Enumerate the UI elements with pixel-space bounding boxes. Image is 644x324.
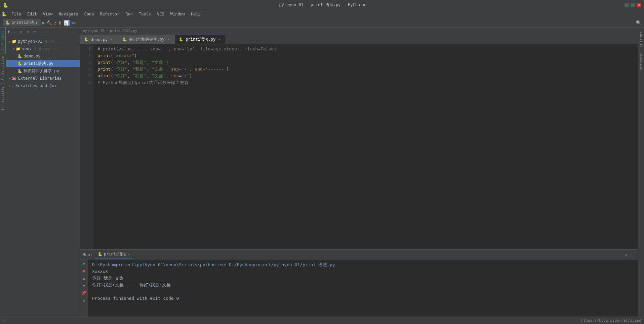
venv-folder-icon: 📁 [16, 47, 21, 51]
run-tab-label: printi语法 [104, 251, 126, 257]
coverage-button[interactable]: 📊 [64, 20, 70, 26]
reload-button[interactable]: ↺ [53, 20, 56, 26]
tab-printi-label: printi语法.py [186, 37, 215, 42]
root-label: pythyon-01 [18, 39, 42, 44]
tab-keywords-icon: 🐍 [122, 37, 127, 42]
title-bar: 🐍 pythyon-01 - printi语法.py - PyCharm — □… [0, 0, 644, 10]
breadcrumb-project: pythyon-01 [83, 29, 105, 33]
tree-item-ext-libs[interactable]: ▶ 📚 External Libraries [6, 75, 80, 82]
run-config-icon: 🐍 [5, 21, 10, 25]
run-output: D:\Pychamproject\pythyon-01\venv\Scripts… [88, 259, 638, 317]
output-line-5 [92, 288, 634, 295]
debug-button[interactable]: ⏸ [58, 20, 63, 26]
project-scope-btn[interactable]: ⊙ [18, 30, 24, 35]
menu-navigate[interactable]: Navigate [56, 11, 81, 17]
tree-root[interactable]: ▼ 📁 pythyon-01 D:\P... [6, 38, 80, 45]
run-settings-btn[interactable]: ⚙ [623, 252, 629, 257]
menu-window[interactable]: Window [168, 11, 188, 17]
menu-bar: 🐍 File Edit View Navigate Code Refactor … [0, 10, 644, 18]
tab-demo[interactable]: 🐍 demo.py ✕ [80, 35, 118, 44]
maximize-button[interactable]: □ [631, 3, 635, 7]
status-right: https://blog.csdn.net/dgssd [581, 318, 641, 323]
tree-item-printi[interactable]: 🐍 printi语法.py [6, 60, 80, 67]
menu-edit[interactable]: Edit [25, 11, 40, 17]
kw-label: 标识符和关键字.py [24, 68, 59, 74]
app-icon: 🐍 [3, 2, 8, 8]
run-output-area: ▶ ■ ▲ ▼ 📌 ≡ D:\Pychamproject\pythyon-01\… [80, 259, 638, 317]
run-minimize-btn[interactable]: — [630, 252, 635, 257]
code-line-5: print("你好", "我是", "文鑫", sep='+') [97, 73, 634, 79]
sclient-label[interactable]: SClient [638, 29, 644, 50]
window-title: pythyon-01 - printi语法.py - PyCharm [279, 2, 365, 8]
database-label[interactable]: Database [638, 50, 644, 73]
menu-code[interactable]: Code [82, 11, 97, 17]
menu-run[interactable]: Run [123, 11, 135, 17]
run-play-btn[interactable]: ▶ [81, 261, 87, 266]
line-num-4: 4 [80, 66, 91, 73]
code-line-1: # print(value, ..., sep=' ', end='\n', f… [97, 46, 634, 52]
scratches-label: Scratches and Cor [15, 83, 57, 88]
breadcrumb: pythyon-01 › printi语法.py [80, 28, 638, 34]
tab-demo-close[interactable]: ✕ [110, 38, 114, 42]
run-config-dropdown[interactable]: 🐍 printi语法 ▾ [3, 19, 41, 26]
favorites-panel-toggle[interactable]: 2: Favorites [0, 83, 6, 113]
output-line-1: D:\Pychamproject\pythyon-01\venv\Scripts… [92, 261, 634, 268]
cursor-char: r [100, 73, 103, 78]
run-tab-close[interactable]: ✕ [128, 252, 130, 256]
tab-keywords-label: 标识符和关键字.py [129, 37, 165, 42]
close-button[interactable]: ✕ [637, 3, 641, 7]
tree-item-keywords[interactable]: 🐍 标识符和关键字.py [6, 67, 80, 75]
tab-keywords[interactable]: 🐍 标识符和关键字.py ✕ [118, 35, 175, 44]
project-panel-toggle[interactable]: 1: Project [0, 28, 6, 53]
app-menu-icon: 🐍 [1, 11, 7, 16]
root-chevron: ▼ [9, 40, 10, 43]
ext-libs-label: External Libraries [18, 76, 62, 81]
run-scroll-up-btn[interactable]: ▲ [81, 276, 87, 281]
project-settings-btn[interactable]: ⚙ [25, 30, 31, 35]
menu-file[interactable]: File [9, 11, 24, 17]
menu-tools[interactable]: Tools [136, 11, 154, 17]
structure-panel-toggle[interactable]: 7: Structure [0, 53, 6, 83]
ext-libs-chevron: ▶ [9, 77, 10, 80]
menu-refactor[interactable]: Refactor [97, 11, 122, 17]
run-pin-btn[interactable]: 📌 [81, 290, 87, 296]
run-fold-btn[interactable]: ≡ [81, 298, 87, 303]
project-options-btn[interactable]: ≡ [32, 30, 37, 35]
tree-item-venv[interactable]: ▶ 📁 venv library.ro [6, 45, 80, 52]
line-num-2: 2 [80, 52, 91, 59]
run-tab-printi[interactable]: 🐍 printi语法 ✕ [95, 251, 132, 258]
minimize-button[interactable]: — [625, 3, 629, 7]
tree-item-scratches[interactable]: ▶ ✏ Scratches and Cor [6, 82, 80, 89]
build-button[interactable]: 🔨 [46, 20, 52, 26]
menu-vcs[interactable]: VCS [154, 11, 167, 17]
tab-keywords-close[interactable]: ✕ [166, 38, 170, 42]
run-scroll-down-btn[interactable]: ▼ [81, 283, 87, 288]
run-stop-btn[interactable]: ■ [81, 268, 87, 274]
tree-item-demo[interactable]: 🐍 demo.py [6, 52, 80, 60]
tab-printi[interactable]: 🐍 printi语法.py ✕ [175, 35, 226, 44]
editor-content[interactable]: 1 2 3 4 5 6 # print(value, ..., sep=' ',… [80, 44, 638, 249]
output-line-2: xxxxxx [92, 268, 634, 275]
code-line-2: print("xxxxxx") [97, 52, 634, 59]
run-button[interactable]: ▶ [42, 19, 45, 26]
run-side-controls: ▶ ■ ▲ ▼ 📌 ≡ [80, 259, 88, 317]
tab-demo-label: demo.py [91, 37, 108, 42]
more-button[interactable]: ≫ [71, 20, 76, 26]
title-bar-left: 🐍 [3, 2, 8, 8]
venv-label: venv [22, 46, 32, 51]
code-editor[interactable]: # print(value, ..., sep=' ', end='\n', f… [93, 44, 638, 249]
code-line-4: print("你好", "我是", "文鑫", sep='+', end='--… [97, 66, 634, 73]
global-search-button[interactable]: 🔍 [636, 20, 641, 25]
run-config-label: printi语法 [11, 20, 34, 26]
menu-help[interactable]: Help [188, 11, 203, 17]
output-line-3: 你好 我是 文鑫 [92, 275, 634, 282]
line-num-1: 1 [80, 46, 91, 52]
venv-chevron: ▶ [13, 47, 14, 50]
tab-printi-close[interactable]: ✕ [217, 38, 222, 42]
project-tree: ▼ 📁 pythyon-01 D:\P... ▶ 📁 venv library.… [6, 37, 80, 317]
menu-view[interactable]: View [40, 11, 55, 17]
status-left: ✓ [3, 318, 5, 323]
tab-printi-icon: 🐍 [179, 37, 184, 42]
run-toolbar: Run: 🐍 printi语法 ✕ ⚙ — [80, 250, 638, 259]
root-path: D:\P... [45, 39, 61, 44]
